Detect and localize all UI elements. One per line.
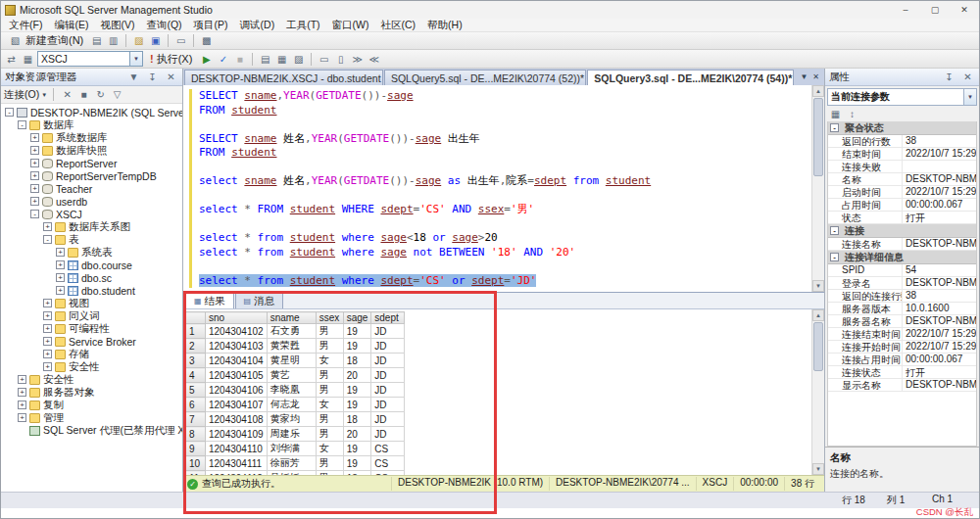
- database-combo[interactable]: XSCJ ▼: [37, 51, 143, 67]
- grid-cell[interactable]: 女: [316, 442, 343, 456]
- outdent-icon[interactable]: ≪: [367, 52, 381, 67]
- grid-column-header[interactable]: sage: [343, 312, 371, 324]
- grid-cell[interactable]: 18: [343, 354, 371, 368]
- property-category[interactable]: -聚合状态: [828, 121, 976, 135]
- categorized-icon[interactable]: ▦: [828, 107, 843, 121]
- combo-dropdown-icon[interactable]: ▼: [129, 52, 142, 66]
- grid-cell[interactable]: 18: [343, 412, 371, 427]
- tree-expander[interactable]: +: [43, 350, 52, 358]
- tree-item[interactable]: +ReportServer: [1, 157, 182, 169]
- grid-cell[interactable]: 20: [343, 427, 371, 442]
- grid-cell[interactable]: 黄家均: [267, 412, 316, 427]
- filter-icon[interactable]: ▽: [110, 87, 124, 102]
- print-icon[interactable]: ▭: [173, 33, 188, 48]
- comment-icon[interactable]: ▭: [317, 52, 331, 67]
- grid-cell[interactable]: 1204304106: [206, 383, 268, 398]
- tree-item[interactable]: +可编程性: [1, 322, 182, 335]
- tree-expander[interactable]: +: [30, 197, 39, 206]
- new-query-button[interactable]: ▧ 新建查询(N): [4, 33, 87, 49]
- property-row[interactable]: 返回的连接行数38: [828, 290, 976, 303]
- menu-item[interactable]: 编辑(E): [48, 19, 94, 32]
- grid-cell[interactable]: 石文勇: [267, 324, 316, 339]
- grid-cell[interactable]: 周建乐: [267, 427, 316, 442]
- grid-cell[interactable]: 男: [316, 412, 343, 427]
- activity-monitor-icon[interactable]: ▩: [199, 33, 214, 48]
- property-row[interactable]: 连接名称DESKTOP-NBME2IK: [828, 238, 976, 251]
- tree-item[interactable]: +系统数据库: [1, 131, 182, 144]
- grid-cell[interactable]: 男: [316, 427, 343, 442]
- property-row[interactable]: 名称DESKTOP-NBME2IK: [828, 173, 976, 186]
- tree-expander[interactable]: +: [18, 388, 26, 397]
- menu-item[interactable]: 视图(V): [94, 19, 140, 32]
- close-icon[interactable]: ✕: [960, 70, 975, 84]
- grid-cell[interactable]: JD: [371, 339, 405, 354]
- grid-row-number[interactable]: 8: [186, 427, 206, 442]
- tree-item[interactable]: -表: [1, 233, 182, 246]
- stop-icon[interactable]: ■: [76, 87, 91, 102]
- menu-item[interactable]: 社区(C): [375, 19, 422, 32]
- open-file-icon[interactable]: ▨: [131, 33, 146, 48]
- grid-cell[interactable]: 1204304103: [206, 339, 268, 354]
- property-row[interactable]: 登录名DESKTOP-NBME2IK: [828, 277, 976, 290]
- grid-row-number[interactable]: 7: [186, 412, 206, 427]
- pin-icon[interactable]: ↧: [145, 70, 160, 84]
- results-to-text-icon[interactable]: ▤: [258, 52, 272, 67]
- grid-row-number[interactable]: 6: [186, 398, 206, 412]
- alphabetical-icon[interactable]: ↕: [845, 107, 859, 121]
- menu-item[interactable]: 文件(F): [3, 19, 48, 32]
- collapse-icon[interactable]: -: [830, 253, 839, 261]
- grid-cell[interactable]: JD: [371, 324, 405, 339]
- pin-icon[interactable]: ↧: [942, 70, 956, 84]
- results-tab[interactable]: ▤消息: [235, 293, 284, 308]
- collapse-icon[interactable]: -: [830, 123, 839, 132]
- grid-cell[interactable]: JD: [371, 354, 405, 368]
- grid-cell[interactable]: 男: [316, 368, 343, 383]
- tree-item[interactable]: +数据库快照: [1, 144, 182, 157]
- grid-cell[interactable]: 徐丽芳: [267, 456, 316, 471]
- grid-cell[interactable]: 黄艺: [267, 368, 316, 383]
- tree-expander[interactable]: +: [56, 273, 65, 282]
- close-icon[interactable]: ✕: [164, 70, 178, 84]
- property-row[interactable]: 服务器名称DESKTOP-NBME2IK: [828, 315, 976, 328]
- property-category[interactable]: -连接: [828, 224, 976, 238]
- grid-cell[interactable]: 1204304111: [206, 456, 268, 471]
- property-row[interactable]: 状态打开: [828, 212, 976, 224]
- tree-expander[interactable]: +: [56, 248, 65, 257]
- grid-cell[interactable]: JD: [371, 412, 405, 427]
- parse-query-icon[interactable]: ✓: [216, 52, 230, 67]
- grid-column-header[interactable]: sno: [206, 312, 268, 324]
- grid-cell[interactable]: 李晓凰: [267, 383, 316, 398]
- tree-item[interactable]: +SQL Server 代理(已禁用代理 XP): [1, 424, 182, 437]
- tree-item[interactable]: -DESKTOP-NBME2IK (SQL Server 10.0.160...: [1, 106, 182, 118]
- available-databases-icon[interactable]: ▦: [21, 52, 35, 67]
- grid-row-number[interactable]: 9: [186, 442, 206, 456]
- property-row[interactable]: 连接失败: [828, 161, 976, 173]
- disconnect-icon[interactable]: ✕: [60, 87, 74, 102]
- editor-scrollbar[interactable]: ▲ ▼: [811, 85, 824, 292]
- grid-column-header[interactable]: sname: [267, 312, 316, 324]
- property-row[interactable]: 连接结束时间2022/10/7 15:29:19: [828, 328, 976, 341]
- refresh-icon[interactable]: ↻: [93, 87, 108, 102]
- tree-item[interactable]: +视图: [1, 297, 182, 309]
- tree-expander[interactable]: +: [43, 299, 52, 307]
- document-tab[interactable]: SQLQuery5.sql - DE...ME2IK\20774 (52))*: [384, 70, 586, 85]
- analysis-services-query-icon[interactable]: ▥: [106, 33, 121, 48]
- maximize-button[interactable]: ▢: [920, 1, 950, 19]
- grid-row-number[interactable]: 4: [186, 368, 206, 383]
- scroll-up-icon[interactable]: ▲: [812, 309, 824, 321]
- results-tab[interactable]: ▦结果: [185, 293, 234, 308]
- property-row[interactable]: 连接状态打开: [828, 366, 976, 379]
- tree-item[interactable]: +系统表: [1, 246, 182, 259]
- grid-cell[interactable]: 19: [343, 324, 371, 339]
- grid-cell[interactable]: 19: [343, 339, 371, 354]
- tree-item[interactable]: +ReportServerTempDB: [1, 169, 182, 182]
- tree-item[interactable]: +userdb: [1, 195, 182, 208]
- grid-cell[interactable]: JD: [371, 398, 405, 412]
- tree-expander[interactable]: +: [43, 337, 52, 346]
- grid-cell[interactable]: 1204304110: [206, 442, 268, 456]
- tree-item[interactable]: -XSCJ: [1, 208, 182, 220]
- tree-item[interactable]: +安全性: [1, 373, 182, 386]
- grid-cell[interactable]: 男: [316, 324, 343, 339]
- tree-expander[interactable]: +: [56, 286, 65, 295]
- change-connection-icon[interactable]: ⇄: [4, 52, 19, 67]
